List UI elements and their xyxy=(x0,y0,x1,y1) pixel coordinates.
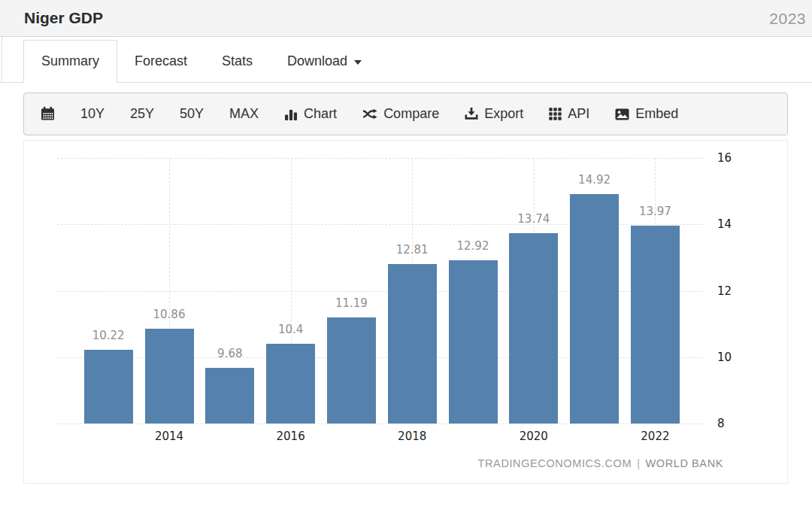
tab-stats[interactable]: Stats xyxy=(205,40,270,83)
calendar-icon xyxy=(41,107,55,121)
tab-download[interactable]: Download xyxy=(270,40,379,83)
bar[interactable] xyxy=(266,344,315,424)
range-25y-button[interactable]: 25Y xyxy=(130,106,154,122)
latest-period-label: 2023 xyxy=(769,10,806,28)
bar-value-label: 10.22 xyxy=(74,329,142,342)
y-axis-label: 12 xyxy=(717,284,732,299)
bar[interactable] xyxy=(327,317,376,424)
bar-value-label: 12.92 xyxy=(439,239,507,253)
page-title: Niger GDP xyxy=(24,9,103,27)
bar[interactable] xyxy=(631,226,680,424)
bar[interactable] xyxy=(388,264,437,424)
bar-value-label: 10.86 xyxy=(135,308,203,321)
api-button[interactable]: API xyxy=(549,106,589,122)
x-axis-label: 2016 xyxy=(257,430,325,443)
bar[interactable] xyxy=(449,260,498,424)
shuffle-icon xyxy=(362,108,377,120)
download-icon xyxy=(465,108,478,120)
bar-chart: 8101214162014201620182020202210.2210.869… xyxy=(24,141,787,483)
image-icon xyxy=(615,108,629,120)
x-axis-label: 2020 xyxy=(500,430,568,443)
tab-download-label: Download xyxy=(287,53,347,69)
bar-value-label: 9.68 xyxy=(196,347,264,360)
y-axis-label: 10 xyxy=(717,350,732,365)
calendar-button[interactable] xyxy=(41,107,55,121)
chevron-down-icon xyxy=(354,60,362,65)
tab-bar: Summary Forecast Stats Download xyxy=(0,37,812,83)
chart-attribution: TRADINGECONOMICS.COM|WORLD BANK xyxy=(478,457,723,469)
chart-toolbar: 10Y 25Y 50Y MAX Chart xyxy=(23,93,788,135)
page-header: Niger GDP 2023 xyxy=(0,0,812,37)
bar[interactable] xyxy=(84,350,133,424)
bar-value-label: 14.92 xyxy=(561,173,629,187)
x-axis-label: 2022 xyxy=(621,430,689,443)
x-axis-label: 2018 xyxy=(378,430,446,443)
chart-card: 8101214162014201620182020202210.2210.869… xyxy=(23,140,788,484)
chart-type-label: Chart xyxy=(304,106,337,122)
bar-value-label: 13.97 xyxy=(621,205,689,218)
attribution-separator: | xyxy=(637,457,640,469)
tab-bar-left-divider xyxy=(2,37,2,83)
compare-label: Compare xyxy=(383,106,439,122)
attribution-provider: WORLD BANK xyxy=(646,457,724,469)
export-label: Export xyxy=(484,106,523,122)
bar-value-label: 12.81 xyxy=(378,243,446,257)
bar-value-label: 13.74 xyxy=(500,212,568,226)
range-max-button[interactable]: MAX xyxy=(229,106,259,122)
compare-button[interactable]: Compare xyxy=(362,106,439,122)
bar[interactable] xyxy=(145,329,194,424)
export-button[interactable]: Export xyxy=(465,106,523,122)
y-axis-label: 16 xyxy=(717,150,732,165)
bar-value-label: 11.19 xyxy=(317,296,385,310)
bar[interactable] xyxy=(570,194,619,424)
bar[interactable] xyxy=(509,233,558,424)
tab-summary[interactable]: Summary xyxy=(23,40,117,83)
y-axis-label: 14 xyxy=(717,217,732,232)
api-label: API xyxy=(568,106,589,122)
embed-button[interactable]: Embed xyxy=(615,106,678,122)
attribution-source: TRADINGECONOMICS.COM xyxy=(478,457,632,469)
x-axis-label: 2014 xyxy=(135,430,203,443)
tab-forecast[interactable]: Forecast xyxy=(117,40,205,83)
trading-economics-page: Niger GDP 2023 Summary Forecast Stats Do… xyxy=(0,0,812,507)
chart-type-button[interactable]: Chart xyxy=(284,106,337,122)
range-10y-button[interactable]: 10Y xyxy=(80,106,105,122)
bar[interactable] xyxy=(205,368,254,424)
grid-icon xyxy=(549,108,562,120)
bar-chart-icon xyxy=(284,108,298,121)
y-axis-label: 8 xyxy=(717,416,725,431)
range-50y-button[interactable]: 50Y xyxy=(180,106,204,122)
y-gridline xyxy=(57,158,704,159)
y-gridline xyxy=(57,424,704,424)
embed-label: Embed xyxy=(635,106,678,122)
bar-value-label: 10.4 xyxy=(257,323,325,336)
